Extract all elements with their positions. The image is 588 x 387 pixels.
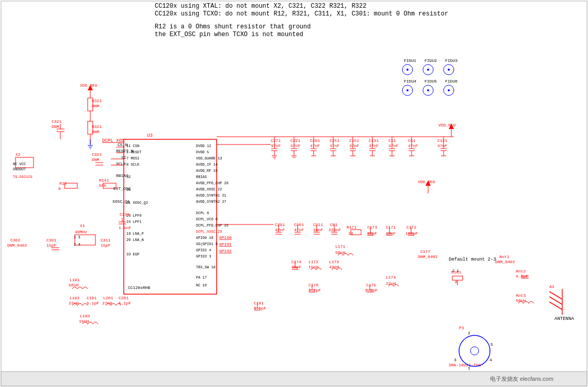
svg-point-276 bbox=[470, 347, 479, 355]
svg-text:7 MOSI: 7 MOSI bbox=[126, 156, 139, 160]
svg-text:Default mount 2-3: Default mount 2-3 bbox=[449, 257, 496, 262]
svg-text:X1: X1 bbox=[80, 223, 85, 228]
svg-text:AVDD_SYNTH1 21: AVDD_SYNTH1 21 bbox=[196, 194, 226, 198]
svg-text:AVDD_SYNTH2 27: AVDD_SYNTH2 27 bbox=[196, 200, 226, 204]
svg-text:C174: C174 bbox=[291, 260, 301, 264]
svg-text:33 EGP: 33 EGP bbox=[126, 252, 139, 256]
svg-text:C311: C311 bbox=[101, 238, 110, 243]
svg-text:RBIAS: RBIAS bbox=[196, 175, 207, 179]
svg-text:FIDU6: FIDU6 bbox=[445, 79, 458, 84]
svg-text:C251: C251 bbox=[330, 138, 339, 143]
svg-text:C131: C131 bbox=[369, 138, 379, 143]
svg-text:DCPL_VCO 6: DCPL_VCO 6 bbox=[196, 217, 218, 221]
note-line2: CC120x using TCXO: do not mount R12, R32… bbox=[155, 10, 448, 18]
svg-text:DCPL 8: DCPL 8 bbox=[196, 211, 209, 215]
svg-text:47nF: 47nF bbox=[330, 143, 339, 148]
svg-text:47nF: 47nF bbox=[275, 228, 285, 232]
svg-text:C191: C191 bbox=[87, 296, 96, 300]
fiducial-6-center bbox=[448, 89, 450, 91]
svg-text:C302: C302 bbox=[10, 238, 20, 243]
svg-text:DCPL_PFD_CHP 26: DCPL_PFD_CHP 26 bbox=[196, 223, 228, 228]
svg-text:AVDD_RF 15: AVDD_RF 15 bbox=[196, 169, 218, 173]
svg-text:C173: C173 bbox=[367, 225, 377, 230]
svg-text:L191: L191 bbox=[70, 278, 79, 282]
svg-text:VDD_GUARD 13: VDD_GUARD 13 bbox=[196, 156, 222, 160]
svg-text:VDD_REG: VDD_REG bbox=[80, 83, 97, 88]
svg-text:DNM_0402: DNM_0402 bbox=[495, 260, 515, 264]
svg-text:20 LNA_N: 20 LNA_N bbox=[126, 238, 144, 242]
svg-text:11 CSN: 11 CSN bbox=[126, 144, 139, 148]
svg-text:L173: L173 bbox=[329, 260, 339, 264]
svg-text:L174: L174 bbox=[386, 275, 396, 280]
svg-text:C201: C201 bbox=[119, 296, 128, 300]
svg-text:15nH: 15nH bbox=[79, 319, 89, 324]
svg-text:Ant3: Ant3 bbox=[516, 293, 526, 298]
svg-text:C177: C177 bbox=[420, 249, 430, 254]
svg-text:5.1pF: 5.1pF bbox=[87, 301, 99, 305]
svg-text:L172: L172 bbox=[308, 260, 318, 264]
svg-text:47nF: 47nF bbox=[349, 143, 359, 148]
svg-text:FIDU4: FIDU4 bbox=[404, 79, 416, 84]
svg-text:AVDD_IF 14: AVDD_IF 14 bbox=[196, 163, 218, 167]
svg-text:P3: P3 bbox=[459, 326, 464, 330]
svg-text:C211: C211 bbox=[313, 222, 323, 227]
svg-text:220nF: 220nF bbox=[329, 228, 341, 232]
svg-text:VDD_REG: VDD_REG bbox=[418, 180, 435, 184]
svg-text:Ant2: Ant2 bbox=[516, 269, 526, 273]
svg-text:R322: R322 bbox=[92, 99, 102, 103]
svg-text:SO(GPIO1 9: SO(GPIO1 9 bbox=[196, 242, 218, 246]
fiducial-5-center bbox=[427, 89, 429, 91]
svg-text:R321: R321 bbox=[92, 124, 102, 129]
svg-text:1.5nF: 1.5nF bbox=[119, 225, 131, 230]
svg-text:FIDU5: FIDU5 bbox=[424, 79, 437, 84]
svg-text:2: 2 bbox=[468, 331, 470, 335]
svg-text:GPIO2: GPIO2 bbox=[219, 249, 232, 253]
svg-text:CS_N: CS_N bbox=[118, 142, 127, 147]
svg-text:PA 17: PA 17 bbox=[196, 276, 207, 280]
svg-text:0: 0 bbox=[455, 280, 458, 284]
svg-text:DCPL_XOSC 29: DCPL_XOSC 29 bbox=[196, 230, 222, 234]
svg-point-275 bbox=[459, 335, 490, 366]
svg-text:GPIO0: GPIO0 bbox=[219, 235, 232, 240]
svg-text:AVDD_PFD_CHP 28: AVDD_PFD_CHP 28 bbox=[196, 181, 228, 185]
svg-text:DNM: DNM bbox=[52, 124, 59, 129]
svg-text:3: 3 bbox=[454, 358, 456, 362]
svg-text:FIDU3: FIDU3 bbox=[445, 58, 458, 63]
svg-text:47nF: 47nF bbox=[271, 143, 281, 148]
svg-text:Ant1: Ant1 bbox=[499, 254, 509, 259]
svg-text:DVDD 12: DVDD 12 bbox=[196, 144, 211, 148]
svg-text:C61: C61 bbox=[330, 222, 338, 227]
fiducial-1-center bbox=[406, 69, 409, 71]
svg-text:NC 16: NC 16 bbox=[196, 283, 207, 287]
svg-text:47nF: 47nF bbox=[290, 143, 300, 148]
svg-text:C221: C221 bbox=[290, 138, 300, 143]
svg-text:47nF: 47nF bbox=[388, 143, 398, 148]
svg-text:GPIO3 3: GPIO3 3 bbox=[196, 254, 211, 259]
svg-text:C171: C171 bbox=[386, 225, 396, 230]
svg-text:L171: L171 bbox=[335, 244, 345, 249]
svg-text:U3: U3 bbox=[147, 133, 153, 138]
svg-text:GPIO2 4: GPIO2 4 bbox=[196, 248, 211, 252]
svg-text:C231: C231 bbox=[120, 212, 129, 217]
svg-text:SI: SI bbox=[121, 155, 126, 160]
svg-text:2   4: 2 4 bbox=[74, 243, 80, 247]
svg-text:RBIAS: RBIAS bbox=[116, 173, 128, 178]
svg-text:TRX_SW 18: TRX_SW 18 bbox=[196, 265, 216, 269]
svg-text:8 SCLK: 8 SCLK bbox=[126, 163, 140, 167]
schematic-container: CC120x using XTAL: do not mount X2, C321… bbox=[0, 0, 588, 387]
svg-text:15pF: 15pF bbox=[46, 243, 56, 248]
svg-text:L193: L193 bbox=[80, 314, 90, 318]
svg-text:TG-5021CG: TG-5021CG bbox=[13, 175, 32, 179]
svg-text:DNM_0402: DNM_0402 bbox=[418, 254, 438, 259]
svg-text:19 LNA_P: 19 LNA_P bbox=[126, 232, 144, 236]
fiducial-4-center bbox=[406, 89, 409, 91]
svg-text:C321: C321 bbox=[52, 119, 61, 124]
svg-text:56k: 56k bbox=[99, 183, 107, 188]
svg-text:C151: C151 bbox=[349, 138, 359, 143]
svg-text:47nF: 47nF bbox=[369, 143, 379, 148]
svg-text:C175: C175 bbox=[366, 283, 376, 287]
svg-text:5: 5 bbox=[491, 342, 493, 347]
svg-text:5.1pF: 5.1pF bbox=[119, 301, 131, 305]
svg-text:C261: C261 bbox=[294, 222, 304, 227]
svg-text:EXT_OSC: EXT_OSC bbox=[113, 186, 131, 191]
